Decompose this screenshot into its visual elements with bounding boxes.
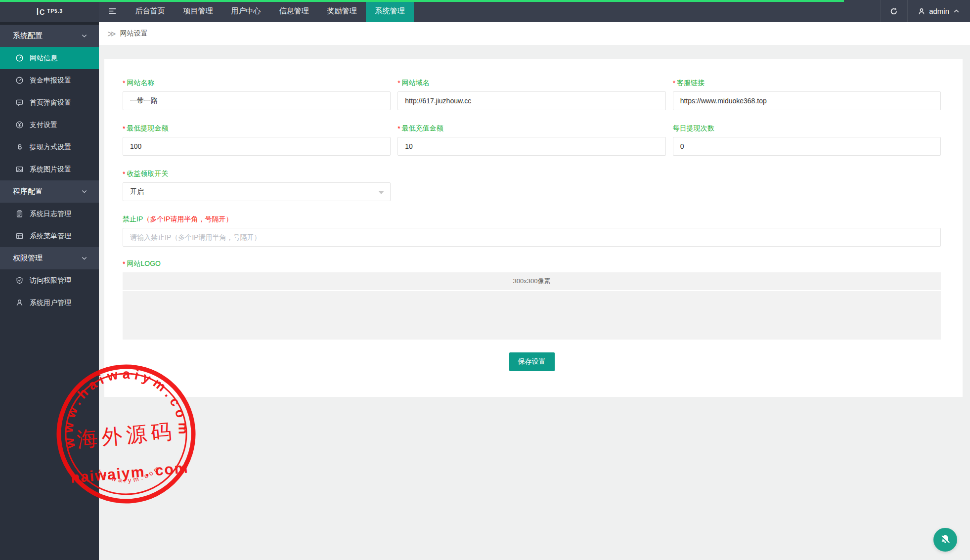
site-name-input[interactable]: [123, 91, 391, 110]
service-link-input[interactable]: [673, 91, 941, 110]
admin-username: admin: [929, 7, 949, 15]
logo-version: TP5.3: [47, 8, 63, 14]
yen-circle-icon: [15, 121, 24, 129]
field-forbidden-ip: 禁止IP（多个IP请用半角，号隔开）: [123, 215, 941, 247]
logo-text: Ic: [36, 5, 45, 17]
daily-withdraw-times-input[interactable]: [673, 137, 941, 156]
layout-icon: [15, 232, 24, 241]
field-service-link: *客服链接: [673, 79, 941, 110]
tab-information[interactable]: 信息管理: [270, 0, 318, 22]
field-daily-withdraw-times: 每日提现次数: [673, 124, 941, 156]
profit-switch-value: 开启: [130, 187, 144, 196]
tab-user-center[interactable]: 用户中心: [222, 0, 270, 22]
sidebar-group-program-config[interactable]: 程序配置: [0, 180, 99, 203]
header-nav: 后台首页 项目管理 用户中心 信息管理 奖励管理 系统管理: [126, 0, 414, 22]
sidebar-item-system-logs[interactable]: 系统日志管理: [0, 203, 99, 225]
bell-off-icon: [939, 533, 952, 546]
page-title: 网站设置: [120, 29, 148, 38]
chat-bubble-icon: [15, 98, 24, 107]
sidebar-item-fund-report[interactable]: 资金申报设置: [0, 69, 99, 91]
service-link-label: 客服链接: [677, 79, 705, 86]
top-header: Ic TP5.3 后台首页 项目管理 用户中心 信息管理 奖励管理 系统管理 a…: [0, 0, 970, 22]
sidebar-group-system-config[interactable]: 系统配置: [0, 25, 99, 47]
gauge-icon: [15, 76, 24, 85]
tab-system[interactable]: 系统管理: [366, 0, 414, 22]
user-icon: [918, 7, 926, 15]
min-recharge-label: 最低充值金额: [402, 124, 443, 132]
sidebar-item-payment[interactable]: 支付设置: [0, 114, 99, 136]
chevron-down-icon: [81, 255, 88, 262]
settings-form-card: *网站名称 *网站域名 *客服链接 *最低提现金额 *最低充值金额: [104, 59, 963, 397]
form-row-1: *网站名称 *网站域名 *客服链接: [123, 79, 941, 110]
site-domain-label: 网站域名: [402, 79, 430, 86]
required-asterisk: *: [673, 79, 675, 87]
breadcrumb: ≫ 网站设置: [99, 22, 970, 45]
page-load-progress-bar: [0, 0, 844, 2]
bitcoin-icon: [15, 143, 24, 152]
sidebar-item-access-permissions[interactable]: 访问权限管理: [0, 269, 99, 292]
field-site-domain: *网站域名: [397, 79, 665, 110]
min-recharge-input[interactable]: [397, 137, 665, 156]
site-logo-label: 网站LOGO: [127, 259, 160, 267]
sidebar: 系统配置 网站信息 资金申报设置 首页弹窗设置 支付设置 提现方式设置: [0, 22, 99, 560]
forbidden-ip-label: 禁止IP: [123, 215, 143, 223]
required-asterisk: *: [123, 170, 125, 178]
clipboard-icon: [15, 210, 24, 218]
header-spacer: [414, 0, 880, 22]
refresh-icon[interactable]: [880, 0, 908, 22]
field-site-logo: *网站LOGO 300x300像素: [123, 259, 941, 340]
field-min-recharge: *最低充值金额: [397, 124, 665, 156]
profit-switch-select[interactable]: 开启: [123, 182, 391, 201]
required-asterisk: *: [397, 125, 400, 132]
chevron-down-icon: [378, 191, 384, 194]
site-name-label: 网站名称: [127, 79, 154, 86]
tab-rewards[interactable]: 奖励管理: [318, 0, 366, 22]
sidebar-item-site-info[interactable]: 网站信息: [0, 47, 99, 69]
form-row-2: *最低提现金额 *最低充值金额 每日提现次数: [123, 124, 941, 156]
image-icon: [15, 165, 24, 174]
required-asterisk: *: [123, 79, 125, 87]
gauge-icon: [15, 54, 24, 63]
sidebar-item-system-menu[interactable]: 系统菜单管理: [0, 225, 99, 247]
required-asterisk: *: [123, 125, 125, 132]
field-profit-switch: *收益领取开关 开启: [123, 170, 391, 201]
chevron-up-icon: [953, 7, 960, 15]
logo-upload-hint: 300x300像素: [123, 272, 941, 290]
breadcrumb-separator: ≫: [107, 29, 116, 39]
notification-mute-button[interactable]: [933, 528, 957, 552]
chevron-down-icon: [81, 32, 88, 40]
sidebar-item-system-users[interactable]: 系统用户管理: [0, 292, 99, 314]
sidebar-item-withdraw-method[interactable]: 提现方式设置: [0, 136, 99, 158]
sidebar-group-permissions[interactable]: 权限管理: [0, 247, 99, 269]
forbidden-ip-note: （多个IP请用半角，号隔开）: [143, 215, 232, 223]
app-logo: Ic TP5.3: [0, 0, 99, 22]
site-domain-input[interactable]: [397, 91, 665, 110]
admin-menu[interactable]: admin: [908, 0, 970, 22]
sidebar-fold-icon[interactable]: [99, 0, 126, 22]
main-area: ≫ 网站设置 *网站名称 *网站域名 *客服链接 *最低提现金额: [99, 22, 970, 560]
daily-withdraw-times-label: 每日提现次数: [673, 124, 714, 132]
tab-dashboard[interactable]: 后台首页: [126, 0, 174, 22]
profit-switch-label: 收益领取开关: [127, 170, 168, 177]
required-asterisk: *: [123, 260, 125, 268]
sidebar-item-system-images[interactable]: 系统图片设置: [0, 158, 99, 180]
save-button[interactable]: 保存设置: [509, 352, 555, 371]
field-site-name: *网站名称: [123, 79, 391, 110]
min-withdraw-label: 最低提现金额: [127, 124, 168, 132]
forbidden-ip-input[interactable]: [123, 228, 941, 247]
field-min-withdraw: *最低提现金额: [123, 124, 391, 156]
user-icon: [15, 299, 24, 307]
min-withdraw-input[interactable]: [123, 137, 391, 156]
logo-upload-area[interactable]: [123, 291, 941, 340]
required-asterisk: *: [397, 79, 400, 87]
tab-projects[interactable]: 项目管理: [174, 0, 222, 22]
chevron-down-icon: [81, 188, 88, 195]
sidebar-item-home-popup[interactable]: 首页弹窗设置: [0, 91, 99, 114]
shield-check-icon: [15, 276, 24, 285]
